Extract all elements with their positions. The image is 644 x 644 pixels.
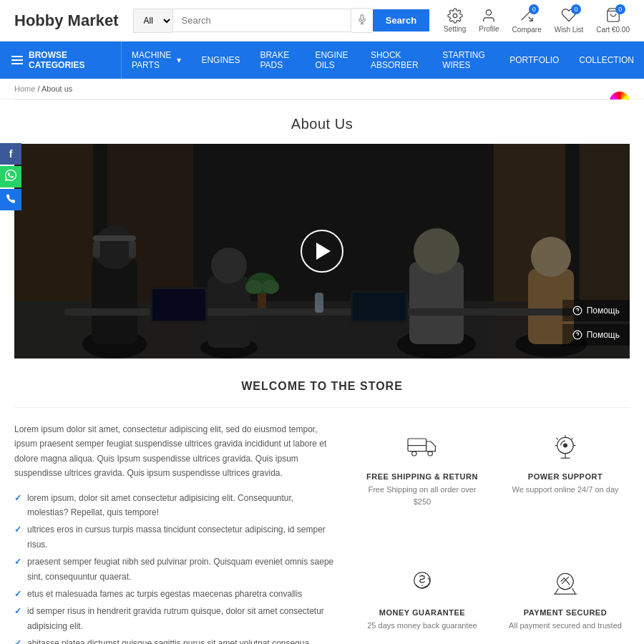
feature-shipping: FREE SHIPPING & RETURN Free Shipping on … — [358, 422, 487, 544]
setting-label: Setting — [444, 25, 466, 33]
setting-icon-container[interactable]: Setting — [444, 8, 466, 33]
svg-point-45 — [412, 452, 416, 456]
svg-point-2 — [453, 14, 457, 18]
shipping-desc: Free Shipping on all order over $250 — [365, 484, 479, 507]
browse-categories-label: BROWSE CATEGORIES — [29, 50, 109, 70]
help-label-2: Помощь — [587, 330, 620, 340]
welcome-content: Lorem ipsum dolor sit amet, consectetur … — [14, 422, 630, 644]
svg-point-53 — [557, 574, 573, 590]
browse-categories-button[interactable]: BROWSE CATEGORIES — [0, 42, 122, 79]
search-bar: All Search — [133, 8, 430, 33]
svg-point-3 — [487, 10, 492, 15]
cart-badge: 0 — [615, 4, 625, 14]
profile-icon-container[interactable]: Profile — [479, 8, 499, 33]
logo-hobby: Hobby — [14, 11, 63, 29]
nav-links: MACHINE PARTS ▾ ENGINES BRAKE PADS ENGIN… — [122, 42, 644, 79]
search-input[interactable] — [172, 9, 351, 32]
feature-money: MONEY GUARANTEE 25 days money back guara… — [358, 558, 487, 644]
nav-link-collection[interactable]: COLLECTION — [569, 47, 644, 74]
list-item-5: id semper risus in hendrerit gravida rut… — [14, 604, 336, 633]
payment-icon — [547, 565, 583, 601]
logo[interactable]: Hobby Market — [14, 11, 119, 30]
nav-link-starting-wires[interactable]: STARTING WIRES — [432, 42, 499, 79]
chevron-down-icon: ▾ — [177, 55, 181, 65]
feature-payment: PAYMENT SECURED All payment secured and … — [501, 558, 630, 644]
page-title: About Us — [14, 100, 630, 144]
nav-link-engine-oils[interactable]: ENGINE OILS — [305, 42, 361, 79]
shipping-title: FREE SHIPPING & RETURN — [366, 472, 478, 481]
list-item-1: lorem ipsum, dolor sit amet consectetur … — [14, 491, 336, 520]
welcome-text: Lorem ipsum dolor sit amet, consectetur … — [14, 422, 336, 644]
nav-link-shock-absorber[interactable]: SHOCK ABSORBER — [361, 42, 432, 79]
svg-rect-44 — [408, 439, 426, 452]
facebook-icon: f — [9, 148, 13, 160]
help-label-1: Помощь — [587, 306, 620, 316]
search-button[interactable]: Search — [373, 9, 429, 31]
list-item-6: abitasse platea dictumst quisque sagitti… — [14, 636, 336, 644]
support-icon — [547, 429, 583, 465]
call-icon — [6, 194, 16, 206]
features-grid: FREE SHIPPING & RETURN Free Shipping on … — [358, 422, 630, 644]
money-icon — [404, 565, 440, 601]
welcome-section: WELCOME TO THE STORE Lorem ipsum dolor s… — [14, 358, 630, 644]
breadcrumb: Home / About us — [0, 79, 644, 99]
social-sidebar: f — [0, 143, 21, 210]
profile-icon — [481, 8, 497, 24]
facebook-button[interactable]: f — [0, 143, 21, 165]
welcome-title: WELCOME TO THE STORE — [14, 380, 630, 393]
header: Hobby Market All Search Setting — [0, 0, 644, 42]
welcome-intro: Lorem ipsum dolor sit amet, consectetur … — [14, 422, 336, 481]
wishlist-icon-container[interactable]: 0 Wish List — [555, 7, 584, 34]
support-desc: We support online 24/7 on day — [512, 484, 618, 496]
search-category-select[interactable]: All — [133, 9, 172, 33]
payment-desc: All payment secured and trusted — [509, 620, 622, 632]
main-content: About Us — [0, 99, 644, 644]
svg-point-46 — [428, 452, 432, 456]
welcome-list: lorem ipsum, dolor sit amet consectetur … — [14, 491, 336, 644]
compare-label: Compare — [512, 26, 542, 34]
help-button-2[interactable]: Помощь — [562, 324, 630, 346]
breadcrumb-current: About us — [42, 84, 72, 93]
video-overlay — [14, 144, 630, 358]
help-icon-1 — [572, 306, 582, 316]
nav-bar: BROWSE CATEGORIES MACHINE PARTS ▾ ENGINE… — [0, 42, 644, 79]
header-icons: Setting Profile 0 Compare — [444, 7, 630, 34]
list-item-4: etus et malesuada fames ac turpis egesta… — [14, 587, 336, 601]
profile-label: Profile — [479, 25, 499, 33]
whatsapp-button[interactable] — [0, 166, 21, 187]
setting-icon — [447, 8, 463, 24]
shipping-icon — [404, 429, 440, 465]
list-item-3: praesent semper feugiat nibh sed pulvina… — [14, 555, 336, 584]
nav-link-machine-parts[interactable]: MACHINE PARTS ▾ — [122, 42, 191, 79]
compare-icon-container[interactable]: 0 Compare — [512, 7, 542, 34]
whatsapp-icon — [5, 170, 16, 184]
wishlist-label: Wish List — [555, 26, 584, 34]
svg-point-49 — [564, 444, 567, 447]
video-section: Помощь Помощь — [14, 144, 630, 358]
help-icon-2 — [572, 330, 582, 340]
list-item-2: ultrices eros in cursus turpis massa tin… — [14, 522, 336, 552]
breadcrumb-home[interactable]: Home — [14, 84, 35, 93]
hamburger-icon — [11, 56, 23, 64]
payment-title: PAYMENT SECURED — [524, 608, 607, 617]
nav-link-engines[interactable]: ENGINES — [191, 47, 250, 74]
support-title: POWER SUPPORT — [528, 472, 602, 481]
play-button[interactable] — [301, 230, 343, 273]
logo-market: Market — [68, 11, 119, 29]
nav-link-brake-pads[interactable]: BRAKE PADS — [250, 42, 305, 79]
cart-icon-container[interactable]: 0 Cart €0.00 — [596, 7, 630, 34]
money-desc: 25 days money back guarantee — [367, 620, 477, 632]
cart-label: Cart €0.00 — [596, 26, 630, 34]
feature-support: POWER SUPPORT We support online 24/7 on … — [501, 422, 630, 544]
compare-badge: 0 — [529, 4, 539, 14]
mic-button[interactable] — [351, 8, 373, 33]
nav-link-portfolio[interactable]: PORTFOLIO — [499, 47, 569, 74]
welcome-divider — [14, 407, 630, 408]
wishlist-badge: 0 — [571, 4, 581, 14]
call-button[interactable] — [0, 189, 21, 210]
help-button-1[interactable]: Помощь — [562, 300, 630, 321]
svg-line-5 — [529, 17, 533, 21]
money-title: MONEY GUARANTEE — [379, 608, 465, 617]
